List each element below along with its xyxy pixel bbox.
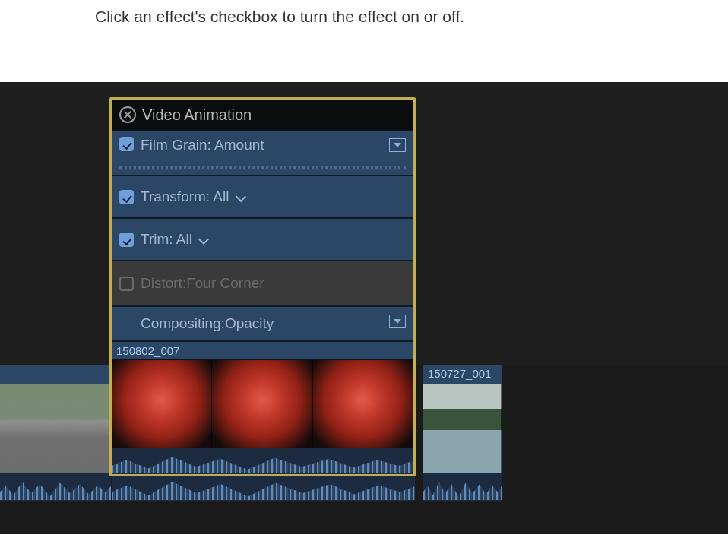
clip-thumbnail xyxy=(112,360,212,448)
clip-audio-waveform xyxy=(112,473,415,501)
timeline-clip[interactable] xyxy=(0,365,111,501)
chevron-down-icon[interactable] xyxy=(198,234,209,245)
close-icon[interactable] xyxy=(119,106,136,123)
effect-parameter-dropdown-icon[interactable] xyxy=(389,138,406,152)
effect-row-transform[interactable]: Transform: All xyxy=(112,176,413,218)
effect-row-distort[interactable]: Distort:Four Corner xyxy=(112,261,413,306)
effect-label: Film Grain: Amount xyxy=(141,137,264,153)
clip-thumbnails xyxy=(423,384,502,473)
clip-thumbnails xyxy=(112,360,413,448)
panel-header: Video Animation xyxy=(112,100,413,130)
clip-thumbnail xyxy=(313,360,413,448)
effect-row-compositing[interactable]: Compositing:Opacity xyxy=(112,306,413,341)
effect-label: Distort:Four Corner xyxy=(141,275,264,292)
effect-parameter-dropdown-icon[interactable] xyxy=(389,315,406,328)
effect-label: Compositing:Opacity xyxy=(141,315,274,332)
effect-checkbox[interactable] xyxy=(119,190,134,204)
keyframe-track[interactable] xyxy=(119,166,406,169)
effect-row-trim[interactable]: Trim: All xyxy=(112,218,413,261)
callout-checkbox-hint: Click an effect's checkbox to turn the e… xyxy=(95,6,464,27)
clip-thumbnail xyxy=(423,384,502,473)
effect-label: Transform: All xyxy=(141,188,229,205)
chevron-down-icon[interactable] xyxy=(236,191,246,202)
effect-checkbox[interactable] xyxy=(119,277,134,291)
clip-thumbnail xyxy=(212,360,312,448)
clip-audio-waveform xyxy=(423,473,502,501)
clip-title xyxy=(0,365,111,384)
clip-thumbnails xyxy=(0,384,111,473)
timeline-clip[interactable]: 150727_001 xyxy=(423,365,502,501)
effect-row-film-grain[interactable]: Film Grain: Amount xyxy=(112,130,413,176)
clip-thumbnail xyxy=(0,384,111,473)
panel-clip-preview[interactable]: 150802_007 xyxy=(112,341,413,474)
effect-checkbox[interactable] xyxy=(119,233,134,247)
video-animation-panel: Video Animation Film Grain: Amount Trans… xyxy=(109,97,416,476)
clip-audio-waveform xyxy=(0,473,111,501)
clip-title: 150802_007 xyxy=(112,342,413,360)
effect-label: Trim: All xyxy=(141,231,192,248)
panel-title: Video Animation xyxy=(142,106,252,124)
clip-audio-waveform xyxy=(112,448,413,474)
clip-title: 150727_001 xyxy=(423,365,502,384)
effect-checkbox[interactable] xyxy=(119,137,134,151)
